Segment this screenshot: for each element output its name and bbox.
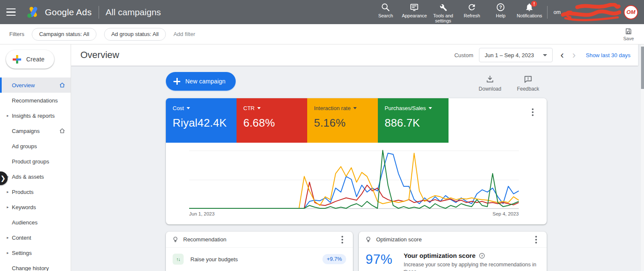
- filter-chip-label: Campaign status: All: [39, 31, 89, 37]
- recommendation-item[interactable]: ↑↓ Raise your budgets +9.7%: [166, 248, 353, 265]
- metric-label: CTR: [243, 105, 255, 111]
- account-avatar[interactable]: OM: [624, 5, 638, 19]
- help-icon: ?: [496, 3, 505, 12]
- main-header: Overview Custom Jun 1 – Sep 4, 2023 ‹ › …: [71, 44, 638, 66]
- chevron-down-icon: [543, 54, 547, 56]
- appearance-button[interactable]: Appearance: [400, 3, 429, 18]
- filter-chip-label: Ad group status: All: [111, 31, 159, 37]
- overview-card: Cost Riyal42.4K CTR 6.68% Interaction ra…: [166, 98, 547, 224]
- sidebar-item-label: Audiences: [12, 219, 38, 226]
- sidebar-item-ads-assets[interactable]: ▸Ads & assets: [0, 169, 71, 184]
- sidebar-item-insights-reports[interactable]: ▸Insights & reports: [0, 108, 71, 123]
- feedback-button[interactable]: Feedback: [515, 75, 541, 92]
- metric-strip-spacer: [449, 98, 547, 143]
- search-label: Search: [378, 13, 393, 18]
- main-menu-icon[interactable]: [2, 3, 20, 22]
- metric-cost[interactable]: Cost Riyal42.4K: [166, 98, 237, 143]
- filter-chip-campaign-status[interactable]: Campaign status: All: [32, 28, 96, 41]
- metric-value: Riyal42.4K: [173, 116, 237, 130]
- date-range-select[interactable]: Jun 1 – Sep 4, 2023: [479, 48, 553, 62]
- tools-button[interactable]: Tools and settings: [429, 3, 457, 23]
- sidebar-item-label: Products: [12, 189, 33, 195]
- google-ads-app: Google Ads All campaigns SearchAppearanc…: [0, 0, 644, 271]
- overview-chart: Jun 1, 2023 Sep 4, 2023: [166, 143, 547, 224]
- sidebar-item-content[interactable]: ▸Content: [0, 230, 71, 245]
- metric-ctr[interactable]: CTR 6.68%: [237, 98, 307, 143]
- sidebar-item-ad-groups[interactable]: Ad groups: [0, 138, 71, 154]
- download-button[interactable]: Download: [477, 75, 503, 92]
- feedback-label: Feedback: [517, 86, 539, 92]
- redaction-scribble: [561, 3, 621, 22]
- new-campaign-button[interactable]: New campaign: [166, 72, 236, 91]
- notifications-button[interactable]: !Notifications: [515, 3, 544, 18]
- filter-chip-ad-group-status[interactable]: Ad group status: All: [104, 28, 166, 41]
- date-range-value: Jun 1 – Sep 4, 2023: [484, 52, 534, 58]
- tools-icon: [438, 3, 448, 12]
- sidebar-item-audiences[interactable]: Audiences: [0, 215, 71, 230]
- sidebar-item-campaigns[interactable]: Campaigns: [0, 123, 71, 138]
- appearance-icon: [410, 3, 419, 12]
- expand-arrow-icon: ▸: [7, 113, 11, 118]
- sidebar-item-label: Product groups: [12, 158, 49, 165]
- svg-text:?: ?: [499, 5, 502, 10]
- sidebar-item-label: Insights & reports: [12, 113, 55, 119]
- sidebar-item-keywords[interactable]: ▸Keywords: [0, 199, 71, 215]
- optimization-body: 97% Your optimization score ? Increase y…: [359, 248, 547, 271]
- help-circle-icon[interactable]: ?: [479, 253, 485, 259]
- sidebar-item-products[interactable]: ▸Products: [0, 184, 71, 199]
- chart-area: Jun 1, 2023 Sep 4, 2023: [166, 143, 547, 224]
- help-button[interactable]: ?Help: [486, 3, 515, 18]
- sidebar-item-recommendations[interactable]: Recommendations: [0, 93, 71, 108]
- sidebar-item-label: Overview: [12, 82, 35, 88]
- save-icon: [625, 28, 632, 35]
- product-name: Google Ads: [45, 7, 92, 17]
- refresh-button[interactable]: Refresh: [457, 3, 486, 18]
- x-axis-start-label: Jun 1, 2023: [189, 211, 215, 216]
- expand-arrow-icon: ▸: [7, 251, 11, 255]
- recommendation-card-header: Recommendation: [166, 232, 353, 248]
- scrollbar-thumb[interactable]: [641, 47, 644, 89]
- recommendation-menu-button[interactable]: [338, 235, 347, 244]
- download-label: Download: [479, 86, 501, 92]
- date-prev-button[interactable]: ‹: [556, 50, 568, 60]
- search-button[interactable]: Search: [371, 3, 400, 18]
- sidebar-item-product-groups[interactable]: Product groups: [0, 154, 71, 169]
- optimization-menu-button[interactable]: [531, 235, 541, 244]
- chevron-down-icon: [257, 107, 261, 109]
- date-next-button[interactable]: ›: [568, 50, 580, 60]
- refresh-icon: [467, 3, 476, 12]
- top-app-bar: Google Ads All campaigns SearchAppearanc…: [0, 0, 644, 24]
- optimization-card-title: Optimization score: [376, 236, 422, 243]
- date-range-type: Custom: [454, 52, 473, 58]
- create-button[interactable]: Create: [6, 50, 54, 69]
- sidebar-nav: OverviewRecommendations▸Insights & repor…: [0, 77, 71, 271]
- chart-card-menu-button[interactable]: [528, 108, 537, 117]
- sidebar-item-label: Recommendations: [12, 97, 58, 104]
- recommendation-card: Recommendation ↑↓ Raise your budgets +9.…: [166, 232, 353, 271]
- metric-label: Purchases/Sales: [385, 105, 426, 111]
- expand-arrow-icon: ▸: [7, 235, 11, 240]
- appbar-divider: [99, 6, 99, 19]
- page-title: Overview: [80, 50, 119, 61]
- google-ads-logo-icon: [26, 6, 41, 19]
- svg-text:?: ?: [481, 254, 483, 257]
- add-filter-button[interactable]: Add filter: [173, 31, 195, 37]
- recommendation-card-title: Recommendation: [183, 236, 226, 243]
- sidebar-item-overview[interactable]: Overview: [0, 77, 71, 93]
- show-last-30-days-link[interactable]: Show last 30 days: [586, 52, 630, 58]
- sidebar-item-settings[interactable]: ▸Settings: [0, 245, 71, 260]
- notification-badge: !: [531, 1, 537, 7]
- sidebar-item-label: Keywords: [12, 204, 36, 210]
- save-button[interactable]: Save: [623, 28, 634, 41]
- sidebar-item-change-history[interactable]: Change history: [0, 260, 71, 271]
- search-icon: [381, 3, 390, 12]
- metric-interaction-rate[interactable]: Interaction rate 5.16%: [307, 98, 378, 143]
- account-text: om: [553, 9, 561, 15]
- optimization-score-value: 97%: [366, 252, 393, 267]
- lightbulb-icon: [365, 236, 372, 243]
- metric-label: Interaction rate: [314, 105, 351, 111]
- account-area[interactable]: om OM: [553, 3, 644, 22]
- optimization-score-card: Optimization score 97% Your optimization…: [359, 232, 547, 271]
- metric-purchases-sales[interactable]: Purchases/Sales 886.7K: [378, 98, 449, 143]
- filters-label: Filters: [9, 31, 24, 37]
